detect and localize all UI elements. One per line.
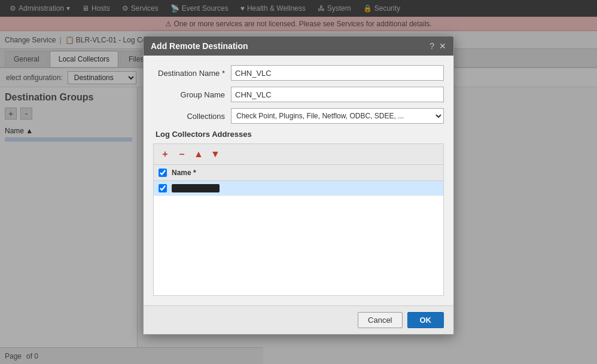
table-header-row: Name * xyxy=(154,165,443,181)
add-icon: + xyxy=(162,149,167,160)
table-row[interactable] xyxy=(154,181,443,196)
log-collectors-section-title: Log Collectors Addresses xyxy=(153,130,444,139)
table-toolbar: + – ▲ ▼ xyxy=(153,143,444,164)
destination-name-row: Destination Name * xyxy=(153,65,444,81)
log-collectors-table: Name * xyxy=(153,164,444,296)
row-checkbox[interactable] xyxy=(159,184,167,192)
collections-row: Collections Check Point, Plugins, File, … xyxy=(153,108,444,124)
remove-icon: – xyxy=(179,149,185,160)
cancel-button[interactable]: Cancel xyxy=(358,312,402,328)
modal-close-button[interactable]: ✕ xyxy=(439,41,446,51)
up-icon: ▲ xyxy=(194,149,203,160)
group-name-label: Group Name xyxy=(153,90,225,99)
modal-help-button[interactable]: ? xyxy=(430,41,434,51)
table-add-button[interactable]: + xyxy=(159,148,172,161)
group-name-row: Group Name xyxy=(153,87,444,102)
collections-label: Collections xyxy=(153,112,225,121)
collections-select[interactable]: Check Point, Plugins, File, Netflow, ODB… xyxy=(231,108,444,124)
modal-footer: Cancel OK xyxy=(144,305,453,334)
table-up-button[interactable]: ▲ xyxy=(192,148,205,161)
modal-overlay: Add Remote Destination ? ✕ Destination N… xyxy=(0,0,597,364)
modal-header: Add Remote Destination ? ✕ xyxy=(144,36,453,56)
table-down-button[interactable]: ▼ xyxy=(209,148,222,161)
destination-name-label: Destination Name * xyxy=(153,69,225,78)
destination-name-input[interactable] xyxy=(231,65,444,81)
modal-header-icons: ? ✕ xyxy=(430,41,446,51)
modal-body: Destination Name * Group Name Collection… xyxy=(144,56,453,305)
modal-add-remote-destination: Add Remote Destination ? ✕ Destination N… xyxy=(143,36,454,335)
name-column-header: Name * xyxy=(172,169,196,177)
header-checkbox[interactable] xyxy=(159,169,167,177)
table-remove-button[interactable]: – xyxy=(175,148,188,161)
ok-button[interactable]: OK xyxy=(407,312,444,328)
group-name-input[interactable] xyxy=(231,87,444,102)
down-icon: ▼ xyxy=(211,149,220,160)
row-name-redacted xyxy=(172,184,220,192)
modal-title: Add Remote Destination xyxy=(151,41,248,51)
